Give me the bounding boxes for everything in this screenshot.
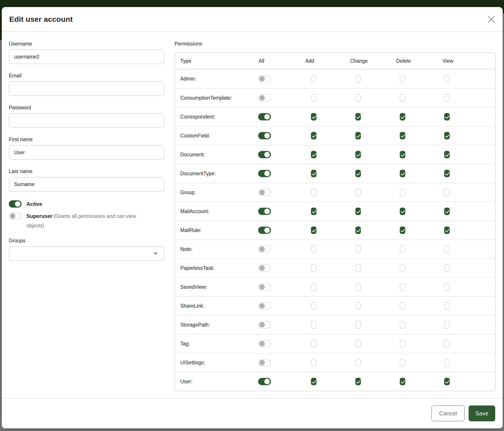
permission-all-toggle[interactable] bbox=[258, 227, 271, 234]
permission-delete-checkbox[interactable] bbox=[400, 321, 405, 329]
permission-view-checkbox[interactable] bbox=[444, 170, 450, 177]
permission-view-checkbox[interactable] bbox=[444, 359, 450, 366]
permission-all-toggle[interactable] bbox=[258, 151, 271, 158]
permission-delete-checkbox[interactable] bbox=[400, 340, 405, 347]
permission-all-toggle[interactable] bbox=[258, 208, 271, 215]
active-toggle[interactable] bbox=[9, 200, 22, 207]
permission-view-checkbox[interactable] bbox=[444, 264, 450, 272]
permission-change-checkbox[interactable] bbox=[355, 94, 361, 102]
permission-view-checkbox[interactable] bbox=[444, 75, 450, 82]
permission-row: PaperlessTask: bbox=[175, 258, 495, 277]
permission-delete-checkbox[interactable] bbox=[400, 189, 405, 196]
permission-change-checkbox[interactable] bbox=[355, 75, 361, 82]
superuser-toggle[interactable] bbox=[9, 212, 22, 220]
permission-view-checkbox[interactable] bbox=[444, 113, 450, 120]
permission-add-checkbox[interactable] bbox=[311, 378, 316, 385]
permission-add-checkbox[interactable] bbox=[311, 359, 316, 366]
permission-change-checkbox[interactable] bbox=[355, 132, 361, 139]
permission-all-toggle[interactable] bbox=[258, 132, 271, 139]
permission-all-toggle[interactable] bbox=[258, 113, 271, 120]
permission-delete-checkbox[interactable] bbox=[400, 226, 405, 234]
permission-add-checkbox[interactable] bbox=[311, 245, 316, 253]
permission-view-checkbox[interactable] bbox=[444, 378, 450, 385]
permission-delete-checkbox[interactable] bbox=[400, 378, 405, 385]
permission-all-toggle[interactable] bbox=[258, 283, 271, 291]
permission-view-checkbox[interactable] bbox=[444, 94, 450, 102]
permission-all-toggle[interactable] bbox=[258, 265, 271, 272]
permission-view-checkbox[interactable] bbox=[444, 189, 450, 196]
permission-all-toggle[interactable] bbox=[258, 94, 271, 102]
permission-all-toggle[interactable] bbox=[258, 321, 271, 329]
permission-view-checkbox[interactable] bbox=[444, 321, 450, 329]
email-input[interactable] bbox=[9, 81, 164, 96]
permission-delete-checkbox[interactable] bbox=[400, 75, 405, 82]
permission-add-checkbox[interactable] bbox=[311, 113, 316, 120]
permission-view-checkbox[interactable] bbox=[444, 245, 450, 253]
close-button[interactable] bbox=[486, 15, 496, 24]
active-label: Active bbox=[26, 200, 42, 207]
permission-add-checkbox[interactable] bbox=[311, 302, 316, 310]
permission-view-checkbox[interactable] bbox=[444, 283, 450, 291]
permission-change-checkbox[interactable] bbox=[355, 378, 361, 385]
permission-add-checkbox[interactable] bbox=[311, 75, 316, 82]
permission-add-checkbox[interactable] bbox=[311, 151, 316, 158]
background-navbar-sliver bbox=[0, 14, 2, 40]
modal-footer: Cancel Save bbox=[2, 398, 503, 428]
permission-add-checkbox[interactable] bbox=[311, 189, 316, 196]
permission-delete-checkbox[interactable] bbox=[400, 283, 405, 291]
permission-change-checkbox[interactable] bbox=[355, 113, 361, 120]
permission-all-toggle[interactable] bbox=[258, 359, 271, 366]
permission-delete-checkbox[interactable] bbox=[400, 170, 405, 177]
permission-add-checkbox[interactable] bbox=[311, 94, 316, 102]
permission-delete-checkbox[interactable] bbox=[400, 245, 405, 253]
permission-add-checkbox[interactable] bbox=[311, 321, 316, 329]
permission-view-checkbox[interactable] bbox=[444, 340, 450, 347]
permission-view-checkbox[interactable] bbox=[444, 207, 450, 215]
permission-delete-checkbox[interactable] bbox=[400, 264, 405, 272]
permission-add-checkbox[interactable] bbox=[311, 170, 316, 177]
permission-delete-checkbox[interactable] bbox=[400, 113, 405, 120]
permission-all-toggle[interactable] bbox=[258, 340, 271, 347]
permission-change-checkbox[interactable] bbox=[355, 340, 361, 347]
permission-view-checkbox[interactable] bbox=[444, 132, 450, 139]
permission-change-checkbox[interactable] bbox=[355, 359, 361, 366]
permission-change-checkbox[interactable] bbox=[355, 207, 361, 215]
permission-add-checkbox[interactable] bbox=[311, 283, 316, 291]
permission-add-checkbox[interactable] bbox=[311, 226, 316, 234]
permission-add-checkbox[interactable] bbox=[311, 264, 316, 272]
permission-add-checkbox[interactable] bbox=[311, 132, 316, 139]
permission-change-checkbox[interactable] bbox=[355, 151, 361, 158]
cancel-button[interactable]: Cancel bbox=[432, 405, 465, 421]
permission-all-toggle[interactable] bbox=[258, 246, 271, 253]
permission-delete-checkbox[interactable] bbox=[400, 151, 405, 158]
username-input[interactable] bbox=[9, 49, 164, 64]
permission-all-toggle[interactable] bbox=[258, 302, 271, 310]
permission-all-toggle[interactable] bbox=[258, 170, 271, 177]
permission-delete-checkbox[interactable] bbox=[400, 132, 405, 139]
permission-delete-checkbox[interactable] bbox=[400, 302, 405, 310]
permission-change-checkbox[interactable] bbox=[355, 245, 361, 253]
permission-all-toggle[interactable] bbox=[258, 75, 271, 82]
permission-change-checkbox[interactable] bbox=[355, 321, 361, 329]
permission-change-checkbox[interactable] bbox=[355, 302, 361, 310]
permission-delete-checkbox[interactable] bbox=[400, 359, 405, 366]
permission-delete-checkbox[interactable] bbox=[400, 94, 405, 102]
permission-add-checkbox[interactable] bbox=[311, 340, 316, 347]
permission-view-checkbox[interactable] bbox=[444, 302, 450, 310]
permission-change-checkbox[interactable] bbox=[355, 264, 361, 272]
first-name-input[interactable] bbox=[9, 145, 164, 160]
permission-delete-checkbox[interactable] bbox=[400, 207, 405, 215]
permission-view-checkbox[interactable] bbox=[444, 151, 450, 158]
permission-change-checkbox[interactable] bbox=[355, 226, 361, 234]
groups-select[interactable] bbox=[9, 246, 164, 261]
permission-change-checkbox[interactable] bbox=[355, 283, 361, 291]
last-name-input[interactable] bbox=[9, 177, 164, 191]
permission-change-checkbox[interactable] bbox=[355, 170, 361, 177]
permission-all-toggle[interactable] bbox=[258, 378, 271, 385]
permission-add-checkbox[interactable] bbox=[311, 207, 316, 215]
permission-all-toggle[interactable] bbox=[258, 189, 271, 196]
permission-view-checkbox[interactable] bbox=[444, 226, 450, 234]
permission-change-checkbox[interactable] bbox=[355, 189, 361, 196]
save-button[interactable]: Save bbox=[468, 405, 495, 421]
password-input[interactable] bbox=[9, 113, 164, 128]
